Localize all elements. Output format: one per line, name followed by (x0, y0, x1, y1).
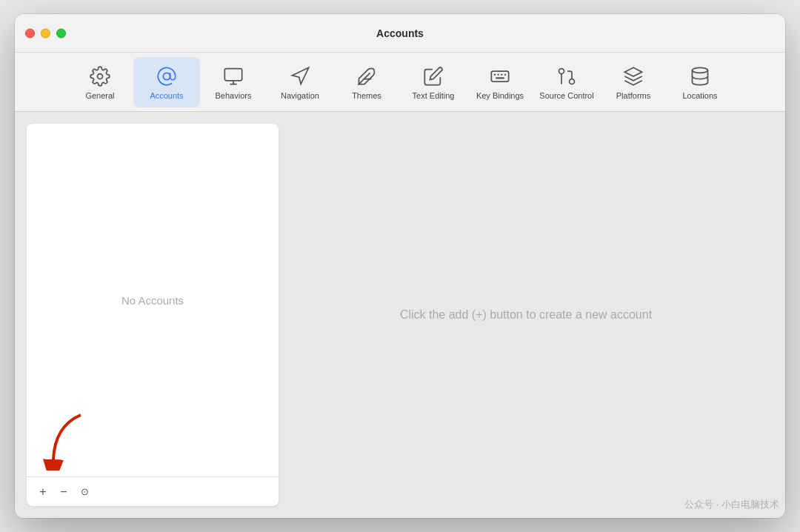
tab-text-editing[interactable]: Text Editing (400, 57, 467, 107)
traffic-lights (25, 28, 66, 38)
tab-platforms-label: Platforms (616, 91, 650, 100)
tab-themes[interactable]: Themes (333, 57, 400, 107)
accounts-detail-panel: Click the add (+) button to create a new… (279, 124, 773, 506)
svg-rect-2 (224, 68, 241, 80)
svg-point-1 (163, 73, 170, 79)
accounts-list-panel: No Accounts + − (27, 124, 279, 506)
add-account-button[interactable]: + (34, 483, 52, 501)
gear-icon (88, 64, 112, 88)
main-content: No Accounts + − (15, 112, 785, 518)
accounts-list-empty: No Accounts (27, 124, 279, 476)
add-account-hint: Click the add (+) button to create a new… (400, 308, 652, 322)
tab-key-bindings[interactable]: Key Bindings (467, 57, 533, 107)
minimize-button[interactable] (41, 28, 50, 38)
tab-platforms[interactable]: Platforms (600, 57, 667, 107)
layers-icon (621, 64, 645, 88)
svg-marker-17 (624, 67, 641, 76)
tab-navigation[interactable]: Navigation (267, 57, 333, 107)
more-icon: ⊙ (81, 486, 89, 497)
svg-rect-8 (491, 71, 508, 82)
svg-point-15 (559, 68, 564, 73)
drive-icon (688, 64, 712, 88)
tab-accounts-label: Accounts (150, 91, 183, 100)
tab-source-control[interactable]: Source Control (533, 57, 600, 107)
tab-text-editing-label: Text Editing (413, 91, 455, 100)
tab-accounts[interactable]: Accounts (133, 57, 200, 107)
tab-themes-label: Themes (352, 91, 381, 100)
at-icon (155, 64, 179, 88)
text-edit-icon (421, 64, 445, 88)
no-accounts-text: No Accounts (121, 294, 184, 307)
navigation-icon (288, 64, 312, 88)
brush-icon (355, 64, 379, 88)
more-options-button[interactable]: ⊙ (76, 483, 93, 501)
tab-navigation-label: Navigation (281, 91, 319, 100)
tab-general[interactable]: General (67, 57, 133, 107)
svg-point-14 (570, 79, 575, 84)
tab-behaviors[interactable]: Behaviors (200, 57, 267, 107)
minus-icon: − (60, 485, 67, 499)
tab-locations[interactable]: Locations (667, 57, 733, 107)
remove-account-button[interactable]: − (55, 483, 73, 501)
tab-general-label: General (85, 91, 114, 100)
keyboard-icon (488, 64, 512, 88)
close-button[interactable] (25, 28, 35, 38)
toolbar: General Accounts Behaviors Navigation (15, 53, 785, 112)
window-title: Accounts (376, 27, 424, 39)
main-window: Accounts General Accounts Behaviors (15, 14, 785, 518)
tab-behaviors-label: Behaviors (216, 91, 252, 100)
panel-toolbar: + − ⊙ (27, 476, 279, 506)
svg-marker-5 (293, 67, 309, 84)
tab-source-control-label: Source Control (539, 91, 593, 100)
svg-point-18 (693, 67, 708, 73)
source-control-icon (555, 64, 579, 88)
add-icon: + (39, 485, 46, 499)
monitor-icon (221, 64, 245, 88)
titlebar: Accounts (15, 14, 785, 53)
tab-key-bindings-label: Key Bindings (476, 91, 524, 100)
maximize-button[interactable] (56, 28, 66, 38)
svg-point-0 (98, 73, 103, 79)
tab-locations-label: Locations (682, 91, 717, 100)
